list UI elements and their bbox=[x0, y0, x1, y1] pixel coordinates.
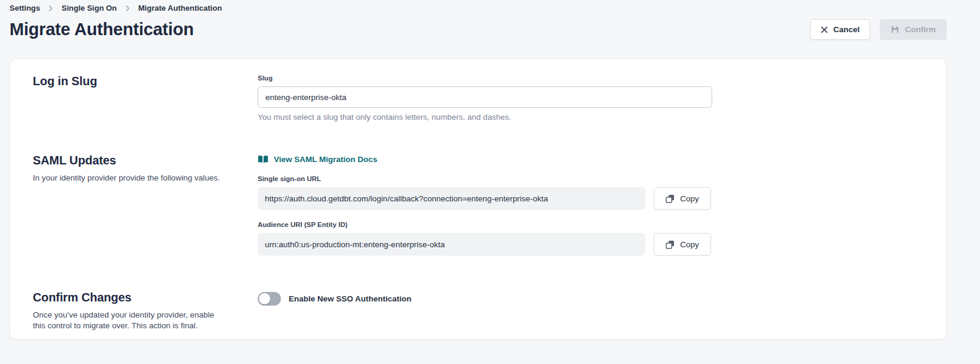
confirm-changes-heading: Confirm Changes bbox=[33, 291, 243, 304]
toggle-knob bbox=[259, 293, 270, 304]
audience-uri-value: urn:auth0:us-production-mt:enteng-enterp… bbox=[258, 233, 645, 256]
confirm-changes-description: Once you’ve updated your identity provid… bbox=[33, 310, 222, 331]
enable-sso-toggle-label: Enable New SSO Authentication bbox=[289, 294, 412, 303]
copy-icon bbox=[666, 194, 675, 203]
breadcrumb-settings[interactable]: Settings bbox=[10, 4, 40, 13]
copy-audience-uri-button[interactable]: Copy bbox=[654, 233, 711, 256]
section-confirm-changes: Confirm Changes Once you’ve updated your… bbox=[33, 291, 923, 331]
sso-url-value: https://auth.cloud.getdbt.com/login/call… bbox=[258, 187, 645, 210]
page-title: Migrate Authentication bbox=[10, 20, 194, 39]
copy-button-label: Copy bbox=[680, 240, 699, 249]
breadcrumb-single-sign-on[interactable]: Single Sign On bbox=[61, 4, 116, 13]
cancel-button[interactable]: Cancel bbox=[810, 19, 870, 40]
book-icon bbox=[258, 155, 268, 164]
cancel-button-label: Cancel bbox=[833, 25, 860, 34]
page-header: Migrate Authentication Cancel Confirm bbox=[10, 19, 947, 40]
section-saml-updates: SAML Updates In your identity provider p… bbox=[33, 154, 923, 267]
slug-label: Slug bbox=[258, 74, 712, 82]
page: Settings Single Sign On Migrate Authenti… bbox=[0, 0, 980, 340]
breadcrumb-current: Migrate Authentication bbox=[138, 4, 222, 13]
chevron-right-icon bbox=[48, 5, 54, 11]
copy-sso-url-button[interactable]: Copy bbox=[654, 187, 711, 210]
saml-updates-description: In your identity provider provide the fo… bbox=[33, 173, 222, 183]
copy-icon bbox=[666, 240, 675, 249]
save-icon bbox=[891, 25, 899, 34]
sso-url-label: Single sign-on URL bbox=[258, 175, 712, 182]
migrate-auth-card: Log in Slug Slug You must select a slug … bbox=[10, 58, 947, 340]
section-login-slug: Log in Slug Slug You must select a slug … bbox=[33, 74, 923, 122]
audience-uri-label: Audience URI (SP Entity ID) bbox=[258, 221, 712, 228]
breadcrumb: Settings Single Sign On Migrate Authenti… bbox=[10, 4, 947, 13]
login-slug-heading: Log in Slug bbox=[33, 74, 243, 88]
confirm-button-label: Confirm bbox=[905, 25, 936, 34]
saml-updates-heading: SAML Updates bbox=[33, 154, 243, 167]
chevron-right-icon bbox=[125, 5, 131, 11]
slug-helper-text: You must select a slug that only contain… bbox=[258, 113, 712, 122]
confirm-button[interactable]: Confirm bbox=[880, 19, 947, 40]
copy-button-label: Copy bbox=[680, 194, 699, 203]
view-saml-migration-docs-link[interactable]: View SAML Migration Docs bbox=[258, 155, 378, 164]
slug-input[interactable] bbox=[258, 86, 712, 108]
docs-link-label: View SAML Migration Docs bbox=[274, 155, 378, 164]
x-icon bbox=[821, 26, 828, 33]
enable-sso-toggle[interactable] bbox=[258, 292, 281, 306]
header-actions: Cancel Confirm bbox=[810, 19, 947, 40]
